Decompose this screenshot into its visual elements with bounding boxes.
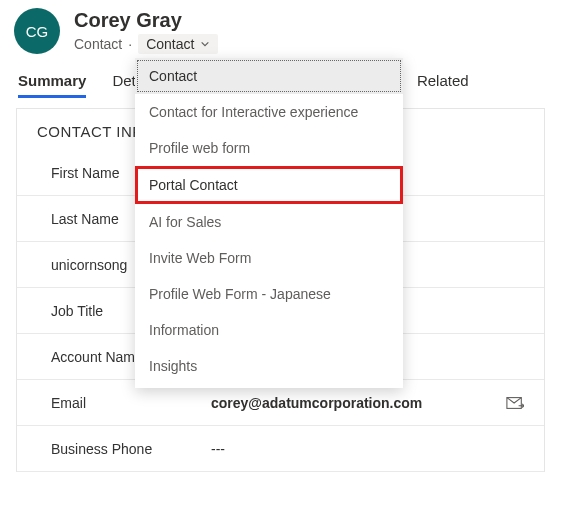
form-option-information[interactable]: Information — [135, 312, 403, 348]
page-title: Corey Gray — [74, 8, 218, 32]
form-option-profile-web-form[interactable]: Profile web form — [135, 130, 403, 166]
field-business-phone[interactable]: Business Phone --- — [17, 426, 544, 472]
tab-summary[interactable]: Summary — [18, 72, 86, 98]
field-label: Email — [51, 395, 211, 411]
form-option-portal-contact[interactable]: Portal Contact — [135, 166, 403, 204]
chevron-down-icon — [200, 39, 210, 49]
field-value: --- — [211, 441, 524, 457]
form-option-profile-japanese[interactable]: Profile Web Form - Japanese — [135, 276, 403, 312]
envelope-icon[interactable] — [506, 396, 524, 410]
form-option-insights[interactable]: Insights — [135, 348, 403, 384]
form-selector-label: Contact — [146, 36, 194, 52]
subtitle: Contact · Contact — [74, 34, 218, 54]
entity-type: Contact — [74, 36, 122, 52]
avatar: CG — [14, 8, 60, 54]
form-option-ai-sales[interactable]: AI for Sales — [135, 204, 403, 240]
record-header: CG Corey Gray Contact · Contact — [0, 0, 561, 58]
tab-related[interactable]: Related — [417, 72, 469, 98]
tab-details[interactable]: Det — [112, 72, 135, 98]
field-value: corey@adatumcorporation.com — [211, 395, 506, 411]
separator: · — [128, 36, 132, 52]
field-label: Business Phone — [51, 441, 211, 457]
form-option-contact[interactable]: Contact — [135, 58, 403, 94]
form-option-invite-web-form[interactable]: Invite Web Form — [135, 240, 403, 276]
form-selector-dropdown: Contact Contact for Interactive experien… — [135, 58, 403, 388]
form-option-interactive[interactable]: Contact for Interactive experience — [135, 94, 403, 130]
title-block: Corey Gray Contact · Contact — [74, 8, 218, 54]
form-selector[interactable]: Contact — [138, 34, 218, 54]
